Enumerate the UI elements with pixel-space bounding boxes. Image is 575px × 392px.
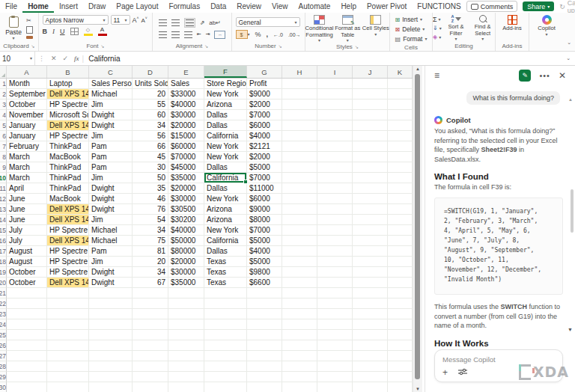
align-middle-icon[interactable]	[171, 19, 180, 26]
cancel-icon[interactable]: ✕	[51, 55, 57, 62]
cell-G14[interactable]: $8000	[247, 215, 282, 225]
cell-K5[interactable]	[388, 120, 413, 131]
cell-A24[interactable]	[7, 319, 47, 330]
cell-D24[interactable]	[133, 319, 168, 330]
tab-data[interactable]: Data	[205, 0, 231, 13]
grid-vertical-scrollbar[interactable]: ▲ ▼	[413, 66, 422, 392]
cell-E30[interactable]	[168, 382, 204, 392]
cell-A12[interactable]: June	[7, 194, 47, 204]
cell-G22[interactable]	[247, 298, 282, 309]
cell-E4[interactable]: $30000	[168, 110, 204, 120]
collapse-ribbon-icon[interactable]: ⌄	[567, 40, 571, 46]
cell-C19[interactable]: Dwight	[89, 267, 133, 278]
cell-H27[interactable]	[282, 351, 317, 361]
cell-K7[interactable]	[388, 141, 413, 152]
cell-F5[interactable]: Dallas	[204, 120, 247, 131]
format-painter-icon[interactable]	[26, 36, 33, 39]
cell-E27[interactable]	[168, 351, 204, 361]
row-header-4[interactable]: 4	[0, 110, 7, 120]
row-header-29[interactable]: 29	[0, 372, 7, 382]
cell-A18[interactable]: August	[7, 257, 47, 267]
fill-color-button[interactable]: ◇	[84, 27, 93, 36]
cell-H7[interactable]	[282, 141, 317, 152]
cell-F7[interactable]: New York	[204, 141, 247, 152]
row-header-24[interactable]: 24	[0, 319, 7, 330]
cell-A13[interactable]: June	[7, 204, 47, 215]
cell-F18[interactable]: Texas	[204, 257, 247, 267]
cell-F3[interactable]: Arizona	[204, 99, 247, 110]
dialog-launcher-icon[interactable]: ↘	[204, 43, 208, 49]
cell-E25[interactable]	[168, 330, 204, 340]
cell-B27[interactable]	[47, 351, 89, 361]
cell-A5[interactable]: January	[7, 120, 47, 131]
column-header-A[interactable]: A	[7, 66, 47, 78]
cell-E22[interactable]	[168, 298, 204, 309]
grow-font-button[interactable]: A˄	[133, 16, 139, 24]
cell-A11[interactable]: April	[7, 183, 47, 194]
cell-G21[interactable]	[247, 288, 282, 298]
cell-C12[interactable]: Dwight	[89, 194, 133, 204]
cell-C24[interactable]	[89, 319, 133, 330]
cell-F17[interactable]: Dallas	[204, 246, 247, 257]
cell-D8[interactable]: 45	[133, 152, 168, 162]
panel-scrollbar-thumb[interactable]	[571, 189, 574, 233]
cell-I21[interactable]	[317, 288, 353, 298]
cell-K18[interactable]	[388, 257, 413, 267]
cell-F29[interactable]	[204, 372, 247, 382]
find-select-button[interactable]: Find & Select▾	[470, 15, 495, 41]
tab-formulas[interactable]: Formulas	[163, 0, 205, 13]
cell-H8[interactable]	[282, 152, 317, 162]
cell-C17[interactable]: Pam	[89, 246, 133, 257]
cell-G9[interactable]: $5000	[247, 162, 282, 173]
cell-H24[interactable]	[282, 319, 317, 330]
cell-F4[interactable]: Dallas	[204, 110, 247, 120]
row-header-10[interactable]: 10	[0, 173, 7, 183]
cell-C15[interactable]: Michael	[89, 225, 133, 236]
row-header-16[interactable]: 16	[0, 236, 7, 246]
cell-G25[interactable]	[247, 330, 282, 340]
cell-H22[interactable]	[282, 298, 317, 309]
cell-H20[interactable]	[282, 278, 317, 288]
scroll-down-icon[interactable]: ▼	[413, 387, 422, 391]
cell-G18[interactable]: $5000	[247, 257, 282, 267]
cell-G13[interactable]: $9000	[247, 204, 282, 215]
scrollbar-thumb[interactable]	[415, 74, 420, 379]
cell-E3[interactable]: $40000	[168, 99, 204, 110]
font-name-select[interactable]: Aptos Narrow▾	[43, 15, 109, 25]
cell-D16[interactable]: 75	[133, 236, 168, 246]
cell-K21[interactable]	[388, 288, 413, 298]
cell-I17[interactable]	[317, 246, 353, 257]
cell-H23[interactable]	[282, 309, 317, 319]
tab-review[interactable]: Review	[231, 0, 267, 13]
cell-B8[interactable]: MacBook	[47, 152, 89, 162]
cell-B14[interactable]: Dell XPS 14	[47, 215, 89, 225]
cell-I4[interactable]	[317, 110, 353, 120]
cell-A16[interactable]: July	[7, 236, 47, 246]
row-header-14[interactable]: 14	[0, 215, 7, 225]
row-header-6[interactable]: 6	[0, 131, 7, 141]
cell-K27[interactable]	[388, 351, 413, 361]
row-header-2[interactable]: 2	[0, 89, 7, 99]
cell-D27[interactable]	[133, 351, 168, 361]
cell-D9[interactable]: 30	[133, 162, 168, 173]
cell-E13[interactable]: $30500	[168, 204, 204, 215]
cell-B26[interactable]	[47, 340, 89, 351]
cell-C18[interactable]: Jim	[89, 257, 133, 267]
cell-I25[interactable]	[317, 330, 353, 340]
new-chat-icon[interactable]: ✎	[519, 70, 531, 82]
cell-E11[interactable]: $20000	[168, 183, 204, 194]
cell-C1[interactable]: Sales Person	[89, 79, 133, 89]
tab-view[interactable]: View	[267, 0, 293, 13]
cell-C4[interactable]: Dwight	[89, 110, 133, 120]
cell-J22[interactable]	[353, 298, 388, 309]
cell-J17[interactable]	[353, 246, 388, 257]
cell-E17[interactable]: $80000	[168, 246, 204, 257]
cell-B13[interactable]: Dell XPS 14	[47, 204, 89, 215]
cell-J21[interactable]	[353, 288, 388, 298]
share-button[interactable]: Share ▾	[523, 1, 554, 11]
cell-H2[interactable]	[282, 89, 317, 99]
cell-G7[interactable]: $2121	[247, 141, 282, 152]
cell-J15[interactable]	[353, 225, 388, 236]
cell-C26[interactable]	[89, 340, 133, 351]
cell-J4[interactable]	[353, 110, 388, 120]
